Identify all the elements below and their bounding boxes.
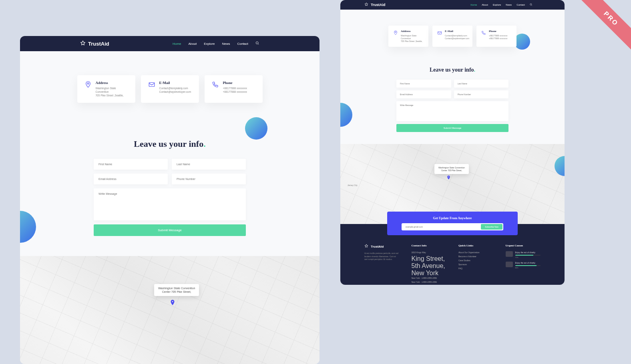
nav-home[interactable]: Home: [470, 4, 477, 6]
footer-columns: TrustAid Id est mollis pretiosa periculi…: [364, 244, 541, 285]
nav-contact[interactable]: Contact: [237, 42, 248, 46]
cause-title: Enjoy the act of charity: [515, 262, 541, 264]
map-section: Jersey City Washington State Convention …: [340, 144, 565, 224]
svg-point-2: [87, 83, 89, 84]
search-icon[interactable]: [530, 3, 533, 6]
phone-input[interactable]: [172, 174, 246, 184]
phone-input[interactable]: [454, 90, 509, 98]
nav-about[interactable]: About: [188, 42, 197, 46]
map-pin-icon[interactable]: [169, 299, 176, 308]
decoration-circle: [514, 34, 530, 50]
card-text: Contact@templately.com Contact@wpdevelop…: [445, 34, 469, 40]
footer-quick-link[interactable]: FAQ: [458, 267, 494, 270]
footer-quick-link[interactable]: Become a Volunteer: [458, 255, 494, 258]
decoration-circle: [340, 103, 352, 127]
nav-home[interactable]: Home: [173, 42, 181, 46]
card-text: +88177888 xxxxxxxx +88177888 xxxxxxxx: [223, 86, 247, 94]
map-label: Jersey City: [348, 184, 358, 186]
contact-cards-row: Address Washington State Convention 705 …: [20, 51, 320, 127]
phone-card: Phone +88177888 xxxxxxxx +88177888 xxxxx…: [205, 75, 263, 103]
footer-cause-item[interactable]: Enjoy the act of charity 72%: [506, 251, 541, 258]
footer-about: TrustAid Id est mollis pretiosa periculi…: [364, 244, 400, 285]
contact-form: Submit Message: [396, 80, 508, 132]
submit-button[interactable]: Submit Message: [396, 124, 508, 132]
card-title: Address: [401, 30, 424, 33]
search-icon[interactable]: [255, 41, 259, 46]
email-input[interactable]: [396, 90, 451, 98]
cause-thumbnail: [506, 251, 513, 257]
location-icon: [84, 81, 92, 97]
newsletter-form: Subscribe Now: [402, 223, 503, 230]
footer-quick-link[interactable]: About Our Organization: [458, 251, 494, 254]
card-title: E-Mail: [445, 30, 469, 33]
email-card: E-Mail Contact@templately.com Contact@wp…: [432, 26, 472, 47]
svg-point-6: [395, 32, 396, 33]
cause-percent: 84%: [515, 267, 541, 269]
subscribe-button[interactable]: Subscribe Now: [481, 224, 502, 230]
footer-contact-line: King Street, 5th Avenue, New York: [412, 255, 445, 276]
footer-links: Quick Links About Our Organization Becom…: [458, 244, 494, 285]
progress-bar: [515, 265, 541, 266]
decoration-circle: [20, 211, 36, 243]
card-title: E-Mail: [159, 81, 191, 85]
first-name-input[interactable]: [94, 159, 168, 170]
newsletter-title: Get Update From Anywhere: [397, 216, 508, 220]
footer-contact-line: New York : 1-800-2355-2356: [412, 281, 447, 283]
card-text: Washington State Convention 705 Pike Str…: [96, 86, 128, 97]
mail-icon: [437, 30, 442, 43]
form-section: Leave us your info. Submit Message: [340, 59, 565, 144]
nav: Home About Explore News Contact: [173, 41, 259, 46]
svg-point-4: [530, 4, 532, 5]
first-name-input[interactable]: [396, 80, 451, 88]
logo-icon: [364, 244, 368, 249]
svg-line-5: [531, 5, 532, 5]
header: TrustAid Home About Explore News Contact: [340, 0, 565, 10]
last-name-input[interactable]: [454, 80, 509, 88]
progress-bar: [515, 255, 541, 256]
logo[interactable]: TrustAid: [80, 40, 109, 47]
newsletter-panel: Get Update From Anywhere Subscribe Now: [387, 212, 518, 235]
footer-col-title: Urgent Causes: [506, 244, 541, 247]
message-textarea[interactable]: [396, 101, 508, 121]
nav-explore[interactable]: Explore: [204, 42, 215, 46]
mail-icon: [148, 81, 155, 97]
last-name-input[interactable]: [172, 159, 246, 170]
header: TrustAid Home About Explore News Contact: [20, 36, 320, 51]
nav-explore[interactable]: Explore: [493, 4, 501, 6]
logo-icon: [364, 2, 368, 7]
nav-news[interactable]: News: [222, 42, 230, 46]
footer-quick-link[interactable]: Sponsors: [458, 263, 494, 266]
cause-title: Enjoy the act of charity: [515, 251, 541, 254]
map-section: Jersey City BROOKLYN Washington State Co…: [20, 256, 320, 364]
phone-card: Phone +88177888 xxxxxxxx +88177888 xxxxx…: [476, 26, 516, 47]
nav: Home About Explore News Contact: [470, 3, 533, 6]
cause-percent: 72%: [515, 256, 541, 258]
card-title: Phone: [489, 30, 508, 33]
footer-logo[interactable]: TrustAid: [364, 244, 400, 249]
footer-contact-line: 1810 Kings Way: [412, 251, 447, 254]
nav-news[interactable]: News: [506, 4, 512, 6]
email-input[interactable]: [94, 174, 168, 184]
phone-icon: [212, 81, 219, 97]
svg-rect-7: [438, 32, 442, 34]
nav-about[interactable]: About: [482, 4, 488, 6]
submit-button[interactable]: Submit Message: [94, 224, 246, 236]
cause-thumbnail: [506, 262, 513, 267]
contact-form: Submit Message: [94, 159, 246, 236]
map-pin-icon[interactable]: [446, 175, 451, 182]
footer-cause-item[interactable]: Enjoy the act of charity 84%: [506, 262, 541, 269]
map-tooltip: Washington State Convention Center 705 P…: [154, 284, 199, 296]
email-card: E-Mail Contact@templately.com Contact@wp…: [141, 75, 199, 103]
footer-causes: Urgent Causes Enjoy the act of charity 7…: [506, 244, 541, 285]
form-heading: Leave us your info.: [60, 139, 279, 149]
pro-label: PRO: [580, 0, 631, 50]
newsletter-email-input[interactable]: [402, 224, 481, 230]
message-textarea[interactable]: [94, 188, 246, 220]
footer-quick-link[interactable]: Case Studies: [458, 259, 494, 262]
card-title: Address: [96, 81, 128, 85]
nav-contact[interactable]: Contact: [516, 4, 525, 6]
brand-name: TrustAid: [371, 3, 386, 7]
map-tooltip: Washington State Convention Center 705 P…: [434, 164, 469, 174]
footer-about-text: Id est mollis pretiosa periculis, eum ad…: [364, 252, 400, 261]
logo[interactable]: TrustAid: [364, 2, 386, 7]
